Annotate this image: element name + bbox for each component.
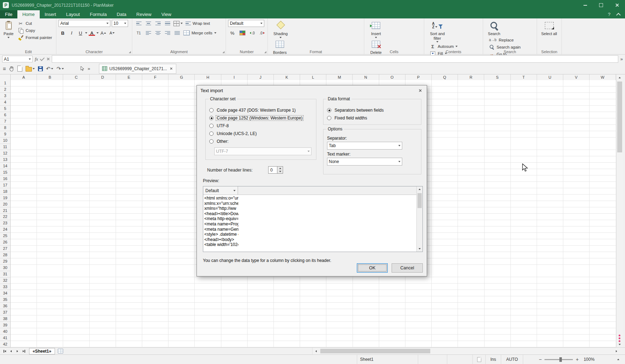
delete-cells-button[interactable]: Delete — [366, 39, 386, 57]
zoom-slider[interactable] — [544, 359, 573, 360]
row-header-17[interactable]: 17 — [0, 182, 10, 188]
header-lines-spinner[interactable]: 0 — [268, 166, 283, 174]
horizontal-scroll-thumb[interactable] — [320, 349, 430, 353]
status-insert-mode[interactable]: Ins — [485, 355, 501, 364]
scroll-right-button[interactable] — [613, 348, 620, 354]
sort-and-filter-button[interactable]: AZ Sort and filter — [426, 20, 448, 43]
radio-fixed-field-widths[interactable]: Fixed field widths — [327, 114, 417, 122]
column-header-I[interactable]: I — [221, 74, 248, 80]
insert-function-button[interactable]: fx — [35, 56, 38, 62]
spinner-up-button[interactable] — [277, 167, 283, 170]
tab-data[interactable]: Data — [112, 10, 131, 18]
row-header-34[interactable]: 34 — [0, 290, 10, 296]
replace-button[interactable]: a→b Replace — [487, 37, 522, 44]
dialog-title-bar[interactable]: Text import — [197, 85, 427, 95]
help-button[interactable]: ? — [608, 12, 610, 17]
scroll-up-button[interactable] — [616, 74, 623, 80]
cancel-entry-icon[interactable] — [46, 57, 50, 61]
row-header-25[interactable]: 25 — [0, 233, 10, 239]
row-header-42[interactable]: 42 — [0, 341, 10, 347]
add-sheet-icon[interactable] — [58, 349, 63, 353]
row-header-4[interactable]: 4 — [0, 99, 10, 106]
align-top-button[interactable] — [134, 20, 143, 27]
header-lines-value[interactable]: 0 — [268, 166, 277, 174]
radio-other[interactable]: Other: — [209, 138, 312, 145]
grow-font-button[interactable]: A — [99, 29, 107, 37]
font-size-combo[interactable]: 10 — [112, 20, 128, 27]
maximize-button[interactable] — [593, 0, 609, 10]
formula-bar-overflow-icon[interactable]: » — [620, 56, 623, 62]
align-bottom-button[interactable] — [154, 20, 162, 27]
row-header-14[interactable]: 14 — [0, 163, 10, 169]
row-header-20[interactable]: 20 — [0, 201, 10, 207]
column-header-E[interactable]: E — [116, 74, 142, 80]
column-header-H[interactable]: H — [195, 74, 221, 80]
formula-input[interactable] — [52, 55, 618, 63]
add-decimal-button[interactable]: .0 — [248, 29, 256, 37]
font-name-combo[interactable]: Arial — [59, 20, 110, 27]
column-header-F[interactable]: F — [142, 74, 168, 80]
tab-home[interactable]: Home — [17, 10, 40, 18]
row-header-13[interactable]: 13 — [0, 156, 10, 163]
vertical-scrollbar[interactable] — [616, 74, 623, 347]
row-header-6[interactable]: 6 — [0, 112, 10, 118]
percent-format-button[interactable]: % — [228, 29, 237, 37]
column-header-M[interactable]: M — [326, 74, 353, 80]
row-header-37[interactable]: 37 — [0, 309, 10, 315]
underline-button[interactable]: U — [76, 29, 85, 37]
remove-decimal-button[interactable]: .0 — [258, 29, 266, 37]
pan-hand-button[interactable] — [9, 66, 14, 72]
undo-button[interactable]: ↶ — [46, 66, 54, 72]
underline-menu-icon[interactable] — [85, 32, 87, 34]
cut-button[interactable]: ✂ Cut — [16, 20, 53, 27]
shrink-font-button[interactable]: A — [108, 29, 116, 37]
row-header-24[interactable]: 24 — [0, 226, 10, 233]
paste-button[interactable]: Paste — [3, 20, 14, 39]
spinner-down-button[interactable] — [277, 170, 283, 174]
row-header-39[interactable]: 39 — [0, 322, 10, 328]
preview-scroll-thumb[interactable] — [417, 193, 422, 208]
row-header-11[interactable]: 11 — [0, 144, 10, 150]
row-header-35[interactable]: 35 — [0, 296, 10, 303]
italic-button[interactable]: I — [67, 29, 76, 37]
status-popup-icon[interactable] — [617, 359, 619, 360]
tab-view[interactable]: View — [156, 10, 176, 18]
row-header-27[interactable]: 27 — [0, 246, 10, 252]
menu-button[interactable]: ≡ — [3, 66, 6, 72]
tab-insert[interactable]: Insert — [40, 10, 61, 18]
tab-formula[interactable]: Formula — [85, 10, 112, 18]
horizontal-scrollbar[interactable] — [312, 348, 620, 354]
open-button[interactable] — [26, 66, 35, 72]
sheet-tab-sheet1[interactable]: «Sheet1» — [29, 348, 55, 354]
radio-separators-between-fields[interactable]: Separators between fields — [327, 106, 417, 114]
next-sheet-button[interactable] — [14, 348, 21, 354]
row-header-23[interactable]: 23 — [0, 220, 10, 226]
font-color-menu-icon[interactable] — [96, 32, 99, 34]
column-header-S[interactable]: S — [484, 74, 510, 80]
zoom-slider-thumb[interactable] — [559, 357, 562, 362]
dialog-close-button[interactable] — [415, 87, 425, 94]
row-header-40[interactable]: 40 — [0, 328, 10, 335]
pointer-mode-button[interactable] — [81, 66, 84, 71]
column-header-T[interactable]: T — [511, 74, 537, 80]
align-right-button[interactable] — [163, 29, 172, 37]
text-orientation-button[interactable]: T1 — [134, 29, 143, 37]
number-dialog-launcher-icon[interactable] — [264, 51, 266, 53]
separator-combo[interactable]: Tab — [327, 142, 402, 150]
borders-menu-button[interactable] — [173, 20, 183, 27]
tab-file[interactable]: File — [0, 10, 17, 18]
toolbar-overflow-icon[interactable]: » — [88, 66, 90, 71]
cancel-button[interactable]: Cancel — [392, 263, 423, 273]
preview-scrollbar[interactable] — [416, 186, 422, 252]
zoom-out-button[interactable]: − — [539, 357, 542, 362]
row-header-9[interactable]: 9 — [0, 131, 10, 138]
copy-button[interactable]: Copy — [16, 27, 53, 34]
redo-button[interactable]: ↷ — [56, 66, 64, 72]
column-header-Q[interactable]: Q — [432, 74, 458, 80]
font-color-button[interactable]: A — [88, 29, 96, 37]
column-header-V[interactable]: V — [563, 74, 590, 80]
column-header-N[interactable]: N — [353, 74, 379, 80]
column-header-P[interactable]: P — [405, 74, 432, 80]
zoom-level[interactable]: 100% — [583, 357, 594, 362]
row-header-22[interactable]: 22 — [0, 214, 10, 220]
